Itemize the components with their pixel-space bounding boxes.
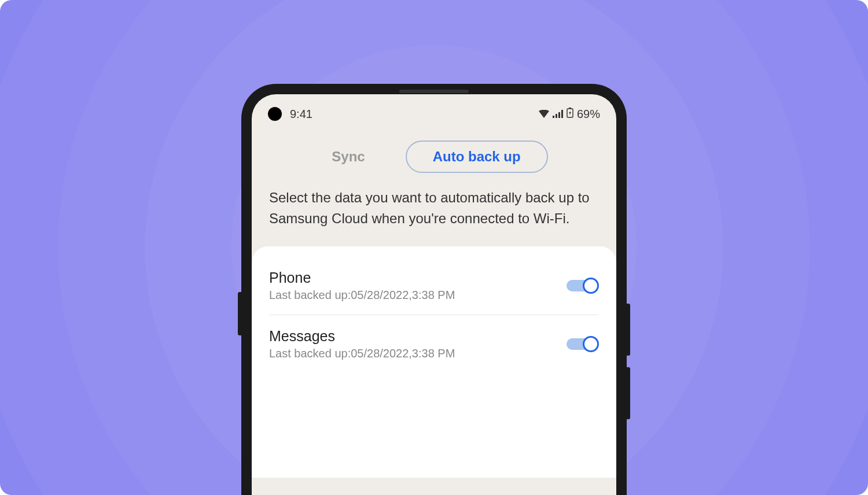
toggle-messages[interactable] <box>567 336 599 352</box>
list-item-content: Messages Last backed up:05/28/2022,3:38 … <box>269 328 567 360</box>
description-text: Select the data you want to automaticall… <box>252 187 616 246</box>
phone-side-button <box>627 304 630 356</box>
signal-icon <box>553 108 563 121</box>
list-item-title: Messages <box>269 328 567 345</box>
divider <box>269 315 599 315</box>
phone-screen: 9:41 <box>252 94 616 495</box>
wifi-icon <box>539 108 549 121</box>
status-time: 9:41 <box>290 108 312 121</box>
list-item-subtitle: Last backed up:05/28/2022,3:38 PM <box>269 347 567 360</box>
list-item-subtitle: Last backed up:05/28/2022,3:38 PM <box>269 289 567 302</box>
status-bar: 9:41 <box>252 94 616 129</box>
toggle-thumb <box>583 336 599 352</box>
svg-rect-5 <box>569 108 571 109</box>
tab-sync[interactable]: Sync <box>320 142 376 172</box>
svg-rect-0 <box>553 116 554 118</box>
tabs-container: Sync Auto back up <box>252 129 616 187</box>
svg-rect-3 <box>561 110 563 118</box>
backup-list: Phone Last backed up:05/28/2022,3:38 PM … <box>252 246 616 478</box>
list-item-messages[interactable]: Messages Last backed up:05/28/2022,3:38 … <box>269 320 599 368</box>
tab-auto-backup[interactable]: Auto back up <box>406 141 548 173</box>
svg-rect-1 <box>556 114 557 118</box>
list-item-title: Phone <box>269 269 567 286</box>
status-bar-left: 9:41 <box>263 107 312 121</box>
list-item-phone[interactable]: Phone Last backed up:05/28/2022,3:38 PM <box>269 261 599 310</box>
toggle-thumb <box>583 278 599 294</box>
background-container: 9:41 <box>0 0 868 495</box>
phone-side-button <box>627 367 630 419</box>
battery-percentage: 69% <box>577 108 600 121</box>
status-bar-right: 69% <box>539 108 600 121</box>
phone-side-button <box>238 292 241 335</box>
camera-hole <box>268 107 282 121</box>
svg-rect-2 <box>558 112 560 118</box>
battery-charging-icon <box>567 108 573 121</box>
phone-frame: 9:41 <box>241 84 627 495</box>
phone-earpiece <box>399 90 469 93</box>
list-item-content: Phone Last backed up:05/28/2022,3:38 PM <box>269 269 567 302</box>
toggle-phone[interactable] <box>567 278 599 294</box>
